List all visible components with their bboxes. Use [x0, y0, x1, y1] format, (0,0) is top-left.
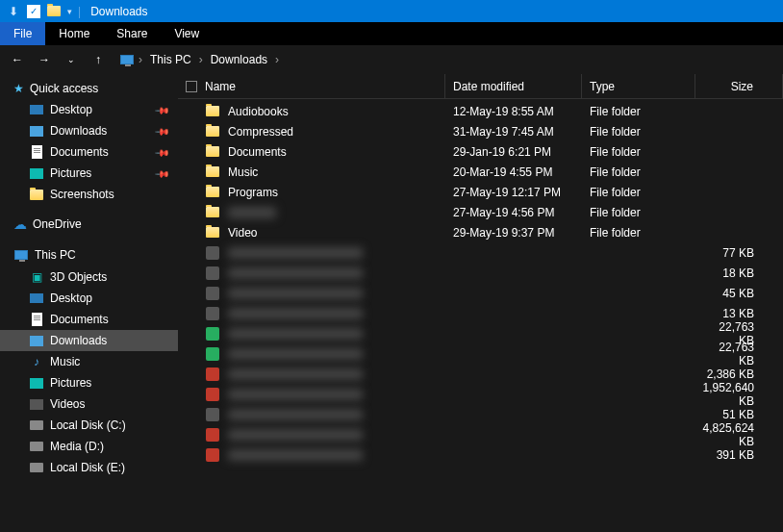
- up-button[interactable]: ↑: [88, 50, 108, 69]
- folder-icon: [205, 205, 220, 220]
- red-icon: [205, 367, 220, 382]
- select-all-checkbox[interactable]: [186, 81, 197, 92]
- gry-icon: [205, 407, 220, 422]
- navigation-pane[interactable]: ★ Quick access Desktop📌Downloads📌Documen…: [0, 74, 178, 532]
- file-row[interactable]: 18 KB: [178, 263, 783, 283]
- sidebar-item-downloads[interactable]: Downloads: [0, 330, 178, 351]
- file-row[interactable]: Documents29-Jan-19 6:21 PMFile folder: [178, 141, 783, 162]
- file-row[interactable]: 45 KB: [178, 283, 783, 303]
- pc-icon: [119, 52, 135, 67]
- column-headers: Name Date modified Type Size: [178, 74, 783, 99]
- pic-icon: [29, 375, 44, 391]
- red-icon: [205, 447, 220, 463]
- sidebar-item-music[interactable]: ♪Music: [0, 351, 178, 372]
- file-row[interactable]: 77 KB: [178, 242, 783, 263]
- col-name[interactable]: Name: [178, 74, 445, 98]
- breadcrumb-root[interactable]: This PC: [146, 51, 195, 68]
- sidebar-item-label: Pictures: [50, 166, 91, 180]
- file-row[interactable]: 22,763 KB: [178, 343, 783, 364]
- dl-icon: [29, 333, 44, 348]
- breadcrumb-current[interactable]: Downloads: [207, 51, 271, 68]
- col-size[interactable]: Size: [695, 74, 783, 98]
- file-date: 27-May-19 12:17 PM: [445, 186, 582, 199]
- sidebar-item-local-disk-c-[interactable]: Local Disk (C:): [0, 415, 178, 436]
- forward-button[interactable]: →: [35, 50, 54, 69]
- music-icon: ♪: [29, 354, 44, 369]
- file-list[interactable]: Name Date modified Type Size Audiobooks1…: [178, 74, 783, 532]
- folder-icon: [29, 187, 44, 202]
- file-row[interactable]: Compressed31-May-19 7:45 AMFile folder: [178, 121, 783, 141]
- onedrive-header[interactable]: ☁ OneDrive: [0, 213, 178, 236]
- sidebar-item-desktop[interactable]: Desktop: [0, 288, 178, 309]
- file-type: File folder: [582, 145, 695, 159]
- file-type: File folder: [582, 105, 695, 118]
- dropdown-icon[interactable]: ▾: [67, 7, 72, 16]
- sidebar-item-pictures[interactable]: Pictures📌: [0, 163, 178, 184]
- chevron-right-icon[interactable]: ›: [275, 53, 279, 66]
- file-type: File folder: [582, 125, 695, 139]
- file-row[interactable]: 13 KB: [178, 303, 783, 323]
- folder-icon: [205, 185, 220, 200]
- sidebar-item-local-disk-e-[interactable]: Local Disk (E:): [0, 457, 178, 478]
- quick-access-header[interactable]: ★ Quick access: [0, 78, 178, 99]
- sidebar-item-label: Documents: [50, 145, 109, 159]
- folder-icon: [46, 4, 62, 19]
- tab-home[interactable]: Home: [45, 22, 103, 45]
- file-type: File folder: [582, 206, 695, 219]
- sidebar-item-label: Pictures: [50, 376, 91, 390]
- file-row[interactable]: Music20-Mar-19 4:55 PMFile folder: [178, 162, 783, 182]
- file-row[interactable]: 22,763 KB: [178, 323, 783, 343]
- gry-icon: [205, 245, 220, 261]
- col-date[interactable]: Date modified: [445, 74, 582, 98]
- file-size: 18 KB: [695, 266, 783, 280]
- desk-icon: [29, 291, 44, 306]
- sidebar-item-downloads[interactable]: Downloads📌: [0, 120, 178, 141]
- down-arrow-icon[interactable]: ⬇: [6, 4, 21, 19]
- pin-icon: 📌: [155, 165, 170, 181]
- sidebar-item-documents[interactable]: Documents: [0, 309, 178, 330]
- address-bar[interactable]: › This PC › Downloads ›: [115, 48, 775, 71]
- sidebar-item-label: Desktop: [50, 103, 92, 116]
- file-row[interactable]: Programs27-May-19 12:17 PMFile folder: [178, 182, 783, 202]
- tab-view[interactable]: View: [161, 22, 213, 45]
- file-row[interactable]: 1,952,640 KB: [178, 384, 783, 404]
- ribbon-tabs: File Home Share View: [0, 22, 783, 45]
- sidebar-item-label: Downloads: [50, 334, 107, 347]
- chevron-right-icon[interactable]: ›: [139, 53, 142, 66]
- file-row[interactable]: 27-May-19 4:56 PMFile folder: [178, 202, 783, 222]
- sidebar-item-label: Desktop: [50, 291, 92, 305]
- file-size: 391 KB: [695, 448, 783, 462]
- checkbox-icon[interactable]: ✓: [27, 5, 40, 18]
- pin-icon: 📌: [155, 144, 170, 160]
- sidebar-item-documents[interactable]: Documents📌: [0, 141, 178, 163]
- file-name: Programs: [228, 186, 278, 199]
- file-row[interactable]: 51 KB: [178, 404, 783, 424]
- back-button[interactable]: ←: [8, 50, 27, 69]
- file-row[interactable]: Audiobooks12-May-19 8:55 AMFile folder: [178, 101, 783, 121]
- chevron-right-icon[interactable]: ›: [199, 53, 203, 66]
- sidebar-item-videos[interactable]: Videos: [0, 393, 178, 415]
- sidebar-item-label: Documents: [50, 313, 109, 326]
- star-icon: ★: [13, 82, 24, 95]
- sidebar-item-screenshots[interactable]: Screenshots: [0, 184, 178, 205]
- tab-share[interactable]: Share: [103, 22, 161, 45]
- file-size: 13 KB: [695, 307, 783, 320]
- file-row[interactable]: 4,825,624 KB: [178, 424, 783, 444]
- recent-dropdown[interactable]: ⌄: [62, 50, 81, 69]
- thispc-header[interactable]: This PC: [0, 243, 178, 266]
- sidebar-item-label: Local Disk (E:): [50, 461, 125, 474]
- file-date: 12-May-19 8:55 AM: [445, 105, 582, 118]
- file-row[interactable]: 2,386 KB: [178, 364, 783, 384]
- sidebar-item-desktop[interactable]: Desktop📌: [0, 99, 178, 120]
- gry-icon: [205, 306, 220, 321]
- tab-file[interactable]: File: [0, 22, 45, 45]
- sidebar-item-pictures[interactable]: Pictures: [0, 372, 178, 393]
- col-type[interactable]: Type: [582, 74, 695, 98]
- sidebar-item-3d-objects[interactable]: ▣3D Objects: [0, 266, 178, 288]
- file-row[interactable]: 391 KB: [178, 444, 783, 465]
- doc-icon: [29, 312, 44, 327]
- file-row[interactable]: Video29-May-19 9:37 PMFile folder: [178, 222, 783, 242]
- file-type: File folder: [582, 226, 695, 240]
- sidebar-item-media-d-[interactable]: Media (D:): [0, 436, 178, 457]
- cloud-icon: ☁: [13, 216, 27, 232]
